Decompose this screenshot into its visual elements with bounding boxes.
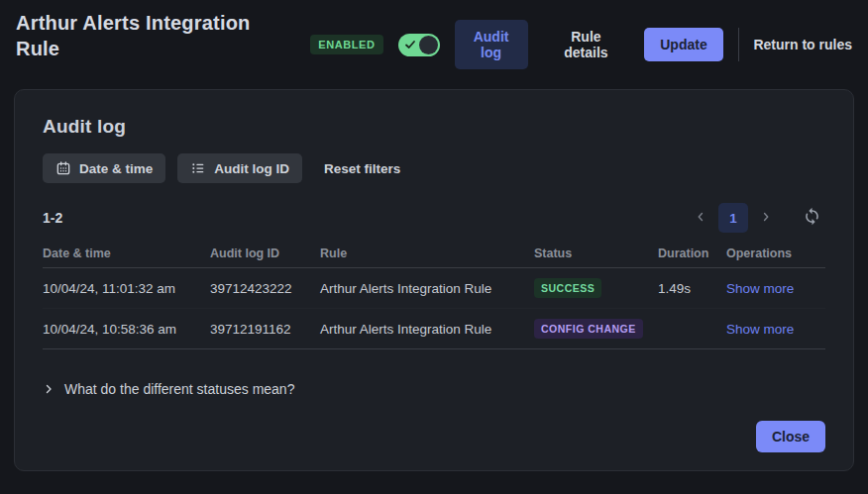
cell-audit-log-id: 39712191162 <box>210 322 320 337</box>
column-header-date-time: Date & time <box>43 247 210 260</box>
next-page-button[interactable] <box>752 204 780 232</box>
column-header-operations: Operations <box>726 247 825 260</box>
filter-bar: Date & time Audit log ID Reset filters <box>43 153 825 183</box>
enabled-toggle[interactable] <box>398 34 440 56</box>
previous-page-button[interactable] <box>687 204 714 232</box>
status-badge: SUCCESS <box>534 278 601 298</box>
check-icon <box>404 39 416 50</box>
chevron-left-icon <box>694 210 707 227</box>
cell-date-time: 10/04/24, 11:01:32 am <box>43 281 210 296</box>
table-row: 10/04/24, 11:01:32 am 39712423222 Arthur… <box>43 268 825 309</box>
calendar-icon <box>55 160 71 176</box>
status-badge: CONFIG CHANGE <box>534 319 643 339</box>
results-range: 1-2 <box>43 210 62 226</box>
topbar: Arthur Alerts Integration Rule ENABLED A… <box>0 0 868 75</box>
column-header-audit-log-id: Audit log ID <box>210 247 320 260</box>
pager: 1 <box>687 203 825 233</box>
cell-operations: Show more <box>726 281 825 296</box>
audit-log-id-filter-button[interactable]: Audit log ID <box>177 153 302 183</box>
tab-rule-details[interactable]: Rule details <box>543 20 630 69</box>
column-header-duration: Duration <box>658 247 726 260</box>
date-time-filter-label: Date & time <box>79 161 153 176</box>
audit-log-panel: Audit log Date & time <box>14 89 854 471</box>
tab-audit-log[interactable]: Audit log <box>455 20 528 69</box>
enabled-status-badge: ENABLED <box>310 35 382 54</box>
panel-title: Audit log <box>43 116 825 138</box>
show-more-link[interactable]: Show more <box>726 322 794 337</box>
close-button[interactable]: Close <box>756 421 825 452</box>
topbar-controls: ENABLED Audit log Rule details Update Re… <box>310 20 852 69</box>
cell-audit-log-id: 39712423222 <box>210 281 320 296</box>
page-title: Arthur Alerts Integration Rule <box>16 10 284 61</box>
cell-date-time: 10/04/24, 10:58:36 am <box>43 322 210 337</box>
column-header-status: Status <box>534 247 658 260</box>
cell-status: SUCCESS <box>534 278 658 298</box>
chevron-right-icon <box>43 383 54 395</box>
audit-log-id-filter-label: Audit log ID <box>214 161 289 176</box>
refresh-button[interactable] <box>798 204 825 232</box>
cell-rule: Arthur Alerts Integration Rule <box>320 322 534 337</box>
date-time-filter-button[interactable]: Date & time <box>43 153 165 183</box>
pagination-row: 1-2 1 <box>43 203 825 233</box>
chevron-right-icon <box>759 210 773 227</box>
show-more-link[interactable]: Show more <box>726 281 794 296</box>
divider <box>738 28 739 61</box>
cell-status: CONFIG CHANGE <box>534 319 658 339</box>
reset-filters-button[interactable]: Reset filters <box>314 154 410 183</box>
panel-footer: Close <box>43 421 825 452</box>
update-button[interactable]: Update <box>644 28 722 61</box>
statuses-question-label: What do the different statuses mean? <box>64 381 294 397</box>
table-row: 10/04/24, 10:58:36 am 39712191162 Arthur… <box>43 309 825 349</box>
cell-duration: 1.49s <box>658 281 726 296</box>
cell-operations: Show more <box>726 322 825 337</box>
return-to-rules-link[interactable]: Return to rules <box>753 37 852 52</box>
list-icon <box>190 160 206 176</box>
statuses-disclosure[interactable]: What do the different statuses mean? <box>43 381 825 397</box>
toggle-knob <box>419 36 438 54</box>
column-header-rule: Rule <box>320 247 534 260</box>
table-header-row: Date & time Audit log ID Rule Status Dur… <box>43 243 825 268</box>
page-number-button[interactable]: 1 <box>718 203 748 233</box>
refresh-icon <box>803 207 821 229</box>
cell-rule: Arthur Alerts Integration Rule <box>320 281 534 296</box>
audit-log-table: Date & time Audit log ID Rule Status Dur… <box>43 243 825 349</box>
